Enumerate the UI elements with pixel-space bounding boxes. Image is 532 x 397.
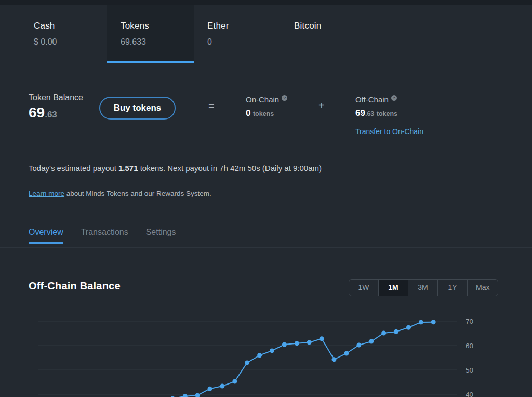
payout-suffix: tokens. Next payout in 7h 42m 50s (Daily… [138, 164, 322, 173]
wallet-currency-tabs: Cash $ 0.00 Tokens 69.633 Ether 0 Bitcoi… [0, 5, 532, 63]
offchain-label-text: Off-Chain [355, 95, 389, 104]
learn-more-text: Learn more about Minds Tokens and our Re… [29, 190, 211, 197]
chart-point[interactable] [195, 393, 200, 397]
chart-point[interactable] [270, 348, 274, 353]
active-tab-indicator [107, 61, 194, 63]
tab-ether[interactable]: Ether 0 [194, 5, 281, 63]
onchain-label: On-Chain? [246, 95, 287, 104]
tab-bitcoin[interactable]: Bitcoin [281, 5, 367, 63]
onchain-label-text: On-Chain [246, 95, 279, 104]
chart-point[interactable] [369, 339, 374, 344]
onchain-balance: On-Chain? 0 tokens [246, 95, 287, 118]
range-button-1y[interactable]: 1Y [438, 280, 468, 296]
top-bar [0, 0, 532, 5]
chart-point[interactable] [208, 387, 212, 391]
onchain-amount: 0 [246, 108, 250, 118]
offchain-unit: tokens [377, 110, 397, 117]
tab-ether-label: Ether [207, 21, 281, 31]
learn-more-rest: about Minds Tokens and our Rewards Syste… [64, 190, 211, 197]
tab-transactions[interactable]: Transactions [81, 228, 128, 237]
tab-bitcoin-label: Bitcoin [294, 21, 367, 31]
chart-range-selector: 1W 1M 3M 1Y Max [349, 279, 498, 296]
chart-point[interactable] [332, 357, 337, 362]
offchain-label: Off-Chain? [355, 95, 423, 104]
token-balance-dec: .63 [45, 110, 57, 120]
chart-point[interactable] [419, 320, 423, 324]
tab-cash[interactable]: Cash $ 0.00 [20, 5, 107, 63]
range-button-3m[interactable]: 3M [408, 280, 438, 296]
tab-cash-value: $ 0.00 [34, 37, 107, 47]
token-balance-value: 69.63 [29, 104, 83, 121]
help-icon[interactable]: ? [391, 95, 397, 101]
tab-tokens-label: Tokens [121, 21, 194, 31]
chart-point[interactable] [431, 320, 436, 324]
tab-overview[interactable]: Overview [29, 228, 63, 237]
token-balance-int: 69 [29, 104, 45, 121]
token-balance: Token Balance 69.63 [29, 93, 83, 121]
chart-axis-label: 40 [466, 391, 473, 397]
chart-axis-label: 50 [466, 366, 473, 374]
payout-prefix: Today's estimated payout [29, 164, 118, 173]
chart-point[interactable] [220, 384, 224, 389]
onchain-value: 0 tokens [246, 108, 287, 118]
range-button-1w[interactable]: 1W [349, 280, 379, 296]
chart-point[interactable] [295, 341, 299, 346]
offchain-amount: 69 [355, 108, 365, 118]
offchain-value: 69.63 tokens [355, 108, 423, 118]
plus-sign: + [318, 100, 325, 112]
active-subtab-indicator [29, 242, 63, 244]
buy-tokens-button[interactable]: Buy tokens [99, 97, 176, 120]
chart-point[interactable] [282, 342, 287, 347]
transfer-to-onchain-link[interactable]: Transfer to On-Chain [355, 127, 423, 136]
token-balance-label: Token Balance [29, 93, 83, 102]
chart-title: Off-Chain Balance [29, 280, 121, 292]
wallet-page: Cash $ 0.00 Tokens 69.633 Ether 0 Bitcoi… [0, 0, 532, 397]
section-divider [0, 247, 532, 248]
chart-point[interactable] [307, 340, 312, 345]
onchain-unit: tokens [253, 110, 274, 117]
learn-more-link[interactable]: Learn more [29, 190, 64, 197]
tab-tokens[interactable]: Tokens 69.633 [107, 5, 194, 63]
chart-point[interactable] [381, 331, 386, 336]
offchain-balance: Off-Chain? 69.63 tokens Transfer to On-C… [355, 95, 423, 136]
tab-tokens-value: 69.633 [121, 37, 194, 47]
range-button-1m[interactable]: 1M [379, 280, 408, 296]
help-icon[interactable]: ? [282, 95, 287, 101]
chart-point[interactable] [406, 325, 411, 330]
chart-point[interactable] [245, 360, 249, 365]
chart-line [172, 322, 433, 397]
offchain-dec: .63 [365, 110, 374, 117]
tab-settings[interactable]: Settings [146, 228, 176, 237]
chart-point[interactable] [356, 343, 361, 348]
payout-text: Today's estimated payout 1.571 tokens. N… [29, 164, 322, 173]
chart-point[interactable] [320, 336, 324, 341]
offchain-balance-chart[interactable]: 70605040 [0, 301, 532, 397]
tab-cash-label: Cash [34, 21, 107, 31]
chart-axis-label: 60 [466, 342, 473, 350]
equals-sign: = [208, 100, 215, 112]
chart-axis-label: 70 [466, 317, 473, 325]
tab-ether-value: 0 [207, 37, 281, 47]
range-button-max[interactable]: Max [468, 280, 498, 296]
chart-point[interactable] [344, 351, 349, 356]
chart-point[interactable] [257, 353, 262, 358]
chart-point[interactable] [232, 379, 237, 384]
chart-point[interactable] [394, 329, 398, 334]
wallet-section-tabs: Overview Transactions Settings [29, 228, 176, 237]
payout-amount: 1.571 [118, 164, 138, 173]
